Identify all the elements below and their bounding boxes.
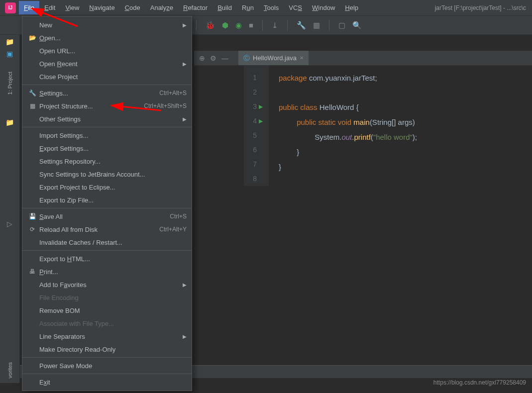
menu-navigate[interactable]: Navigate <box>84 1 119 14</box>
gear-icon[interactable]: ⚙ <box>210 54 216 62</box>
coverage-icon[interactable]: ⬢ <box>222 21 228 30</box>
menu-import-settings[interactable]: Import Settings... <box>22 129 192 142</box>
app-icon: IJ <box>5 2 16 13</box>
profile-icon[interactable]: ◉ <box>235 21 242 30</box>
menu-assoc-filetype: Associate with File Type... <box>22 317 192 330</box>
menu-code[interactable]: Code <box>120 1 145 14</box>
wrench-icon: 🔧 <box>27 90 37 97</box>
git-icon[interactable]: ⤓ <box>272 21 278 30</box>
folder-icon-2[interactable]: 📁 <box>5 118 14 126</box>
menu-save-all[interactable]: 💾Save AllCtrl+S <box>22 210 192 223</box>
menu-export-html[interactable]: Export to HTML... <box>22 252 192 265</box>
favorites-tool-label[interactable]: vorites <box>7 362 13 378</box>
menu-make-readonly[interactable]: Make Directory Read-Only <box>22 343 192 356</box>
menu-power-save[interactable]: Power Save Mode <box>22 359 192 372</box>
menubar: IJ File Edit View Navigate Code Analyze … <box>0 0 532 16</box>
menu-analyze[interactable]: Analyze <box>145 1 178 14</box>
run-gutter-icon[interactable]: ▶ <box>259 114 269 128</box>
menu-open[interactable]: 📂Open... <box>22 31 192 44</box>
menu-build[interactable]: Build <box>213 1 237 14</box>
menu-file[interactable]: File <box>19 1 39 14</box>
tab-filename: HelloWord.java <box>253 54 297 62</box>
wrench-icon[interactable]: 🔧 <box>297 21 306 30</box>
menu-refactor[interactable]: Refactor <box>178 1 213 14</box>
open-folder-icon: 📂 <box>27 34 37 41</box>
save-icon: 💾 <box>27 213 37 220</box>
code-editor[interactable]: package com.yuanxin.jarTest; public clas… <box>279 66 532 175</box>
menu-sync-jetbrains[interactable]: Sync Settings to JetBrains Account... <box>22 168 192 181</box>
menu-run[interactable]: Run <box>237 1 259 14</box>
menu-open-recent[interactable]: Open Recent▶ <box>22 57 192 70</box>
menu-export-eclipse[interactable]: Export Project to Eclipse... <box>22 181 192 194</box>
structure-icon[interactable]: ▦ <box>313 21 320 30</box>
window-title-path: jarTest [F:\project\jarTest] - ...\src\c <box>435 4 530 11</box>
left-sidebar: 📁 ▣ 1: Project 📁 ▷ vorites <box>0 35 20 383</box>
menu-new[interactable]: New▶ <box>22 18 192 31</box>
menu-add-favorites[interactable]: Add to Favorites▶ <box>22 278 192 291</box>
menu-vcs[interactable]: VCS <box>284 1 307 14</box>
menu-open-url[interactable]: Open URL... <box>22 44 192 57</box>
play-outline-icon[interactable]: ▷ <box>7 220 12 228</box>
project-tool-label[interactable]: 1: Project <box>7 72 13 95</box>
menu-export-zip[interactable]: Export to Zip File... <box>22 194 192 206</box>
minimize-icon[interactable]: — <box>221 54 228 62</box>
menu-file-encoding: File Encoding <box>22 291 192 304</box>
menu-help[interactable]: Help <box>340 1 363 14</box>
structure-icon: ▦ <box>27 102 37 109</box>
java-class-icon: Ⓒ <box>243 54 250 63</box>
menu-settings-repo[interactable]: Settings Repository... <box>22 155 192 168</box>
run-dash-icon[interactable]: ▢ <box>338 21 345 30</box>
menu-export-settings[interactable]: Export Settings... <box>22 142 192 155</box>
menu-reload-disk[interactable]: ⟳Reload All from DiskCtrl+Alt+Y <box>22 223 192 236</box>
target-icon[interactable]: ⊕ <box>199 54 205 62</box>
gutter-icons: ▶ ▶ <box>259 66 269 186</box>
run-gutter-icon[interactable]: ▶ <box>259 99 269 114</box>
menu-remove-bom[interactable]: Remove BOM <box>22 304 192 317</box>
menu-project-structure[interactable]: ▦Project Structure...Ctrl+Alt+Shift+S <box>22 99 192 112</box>
debug-icon[interactable]: 🐞 <box>206 21 215 30</box>
menu-view[interactable]: View <box>60 1 84 14</box>
watermark: https://blog.csdn.net/gxl779258409 <box>433 379 526 386</box>
sync-icon: ⟳ <box>27 226 37 233</box>
close-icon[interactable]: ✕ <box>300 55 304 61</box>
menu-other-settings[interactable]: Other Settings▶ <box>22 112 192 125</box>
menu-tools[interactable]: Tools <box>259 1 284 14</box>
editor-tab[interactable]: Ⓒ HelloWord.java ✕ <box>238 51 309 65</box>
menu-exit[interactable]: Exit <box>22 376 192 389</box>
menu-window[interactable]: Window <box>307 1 340 14</box>
menu-close-project[interactable]: Close Project <box>22 70 192 83</box>
folder-icon[interactable]: 📁 <box>5 38 14 46</box>
menu-edit[interactable]: Edit <box>39 1 60 14</box>
file-dropdown: New▶ 📂Open... Open URL... Open Recent▶ C… <box>22 16 192 391</box>
folder-jar-icon[interactable]: ▣ <box>6 50 13 58</box>
stop-icon[interactable]: ■ <box>249 21 253 29</box>
print-icon: 🖶 <box>27 268 37 275</box>
menu-print[interactable]: 🖶Print... <box>22 265 192 278</box>
search-icon[interactable]: 🔍 <box>352 21 362 30</box>
menu-invalidate-caches[interactable]: Invalidate Caches / Restart... <box>22 236 192 249</box>
menu-line-separators[interactable]: Line Separators▶ <box>22 330 192 343</box>
menu-settings[interactable]: 🔧Settings...Ctrl+Alt+S <box>22 87 192 99</box>
editor-header: ⊕ ⚙ — Ⓒ HelloWord.java ✕ <box>194 51 532 66</box>
